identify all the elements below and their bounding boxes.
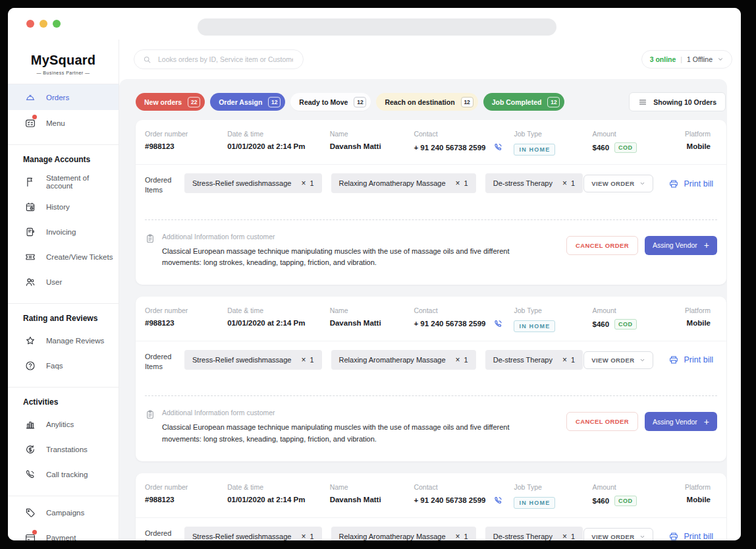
amount-cell: Amount $460 COD [593,306,671,332]
filter-pill-order-assign[interactable]: Order Assign 12 [210,93,285,111]
sidebar-item-campaigns[interactable]: Campaigns [8,500,119,525]
address-bar[interactable] [198,18,556,36]
sidebar: MySquard — Business Partner — Orders Men… [8,40,119,540]
sidebar-item-transtations[interactable]: Transtations [8,437,119,462]
view-order-button[interactable]: VIEW ORDER [583,351,653,369]
job-type-badge: IN HOME [514,497,555,509]
multiply-icon: × [301,179,306,188]
sidebar-item-menu[interactable]: Menu [8,110,119,136]
pill-label: Reach on destination [385,98,454,106]
item-qty: 1 [464,179,468,187]
hamburger-icon [638,98,647,106]
additional-info-text: Classical European massage technique man… [162,246,516,268]
ticket-icon [24,251,36,263]
sidebar-item-anylitics[interactable]: Anylitics [8,412,119,437]
item-chips: Stress-Relief swedishmassage × 1 Relaxin… [184,173,583,193]
printer-icon [668,355,679,365]
filter-pill-ready-to-move[interactable]: Ready to Move 12 [290,93,371,111]
amount-value: $460 [593,320,610,328]
item-chip: De-stress Therapy × 1 [485,350,583,370]
sidebar-section-title: Manage Accounts [8,145,119,169]
job-type-cell: Job Type IN HOME [514,130,592,156]
showing-orders-button[interactable]: Showing 10 Orders [629,92,726,111]
filter-pill-reach-on-destination[interactable]: Reach on destination 12 [376,93,477,111]
orders-icon [24,92,36,103]
sidebar-item-orders[interactable]: Orders [8,84,119,110]
cancel-order-button[interactable]: CANCEL ORDER [566,412,638,431]
item-chips: Stress-Relief swedishmassage × 1 Relaxin… [184,350,583,370]
pill-count-badge: 22 [188,97,200,107]
view-order-button[interactable]: VIEW ORDER [583,175,653,192]
filter-pill-new-orders[interactable]: New orders 22 [136,93,205,111]
close-window-button[interactable] [26,20,34,28]
online-status-dropdown[interactable]: 3 online | 1 Offline [641,50,732,69]
order-number-value: #988123 [145,496,227,504]
datetime-value: 01/01/2020 at 2:14 Pm [227,142,330,150]
job-type-cell: Job Type IN HOME [514,306,592,332]
transactions-icon [24,444,36,455]
phone-call-icon[interactable] [493,319,503,329]
platform-value: Mobile [671,142,711,150]
item-qty: 1 [310,533,313,540]
job-type-badge: IN HOME [514,144,555,156]
sidebar-item-payment[interactable]: Payment [8,525,119,540]
additional-info-text: Classical European massage technique man… [162,422,516,444]
print-bill-button[interactable]: Print bill [664,531,717,540]
view-order-button[interactable]: VIEW ORDER [583,528,653,540]
additional-info-title: Additional Information form customer [162,233,516,241]
amount-value: $460 [593,144,610,152]
phone-call-icon[interactable] [493,142,503,152]
sidebar-item-call-tracking[interactable]: Call tracking [8,462,119,487]
item-qty: 1 [310,179,313,187]
item-actions: VIEW ORDER Print bill [583,350,717,369]
chevron-down-icon [639,357,645,363]
item-chips: Stress-Relief swedishmassage × 1 Relaxin… [184,527,583,540]
assign-vendor-button[interactable]: Assing Vendor + [645,412,717,431]
job-type-cell: Job Type IN HOME [514,483,592,509]
flag-icon [24,176,36,188]
sidebar-item-user[interactable]: User [8,270,119,295]
amount-value: $460 [593,497,610,505]
contact-value: + 91 240 56738 2599 [414,320,485,328]
order-actions: CANCEL ORDER Assing Vendor + [566,236,717,255]
search-icon [143,55,151,64]
assign-vendor-button[interactable]: Assing Vendor + [645,236,717,255]
pill-count-badge: 12 [547,97,560,107]
traffic-lights [26,20,61,28]
item-actions: VIEW ORDER Print bill [583,173,717,192]
multiply-icon: × [456,179,460,188]
contact-cell: Contact + 91 240 56738 2599 [414,483,514,509]
search-input[interactable] [157,55,294,64]
minimize-window-button[interactable] [40,20,47,28]
ordered-items-row: Ordered Items Stress-Relief swedishmassa… [136,165,726,219]
ordered-items-label: Ordered Items [145,527,184,540]
cancel-order-button[interactable]: CANCEL ORDER [566,236,638,255]
print-bill-button[interactable]: Print bill [664,178,717,190]
item-qty: 1 [571,533,575,540]
sidebar-item-manage-reviews[interactable]: Manage Reviews [8,328,119,353]
print-bill-button[interactable]: Print bill [664,354,717,366]
sidebar-item-faqs[interactable]: Faqs [8,353,119,378]
order-summary-row: Order number #988123 Date & time 01/01/2… [136,120,726,164]
invoice-icon [24,226,36,238]
item-name: De-stress Therapy [493,533,553,540]
offline-count: 1 Offline [687,55,713,63]
logo-tagline: — Business Partner — [8,71,119,75]
sidebar-item-statement-of-account[interactable]: Statement of account [8,169,119,194]
logo-block: MySquard — Business Partner — [8,40,119,75]
ordered-items-row: Ordered Items Stress-Relief swedishmassa… [136,341,726,396]
sidebar-item-invoicing[interactable]: Invoicing [8,219,119,245]
multiply-icon: × [562,355,567,364]
chevron-down-icon [639,534,645,540]
item-qty: 1 [310,356,313,364]
cod-badge: COD [614,496,637,506]
tag-icon [24,507,36,519]
pill-label: New orders [144,98,182,106]
sidebar-item-create-view-tickets[interactable]: Create/View Tickets [8,245,119,270]
order-summary-row: Order number #988123 Date & time 01/01/2… [136,473,726,517]
zoom-window-button[interactable] [53,20,61,28]
phone-call-icon[interactable] [493,496,503,506]
sidebar-item-history[interactable]: History [8,194,119,219]
item-qty: 1 [464,533,468,540]
filter-pill-job-completed[interactable]: Job Completed 12 [483,93,565,111]
